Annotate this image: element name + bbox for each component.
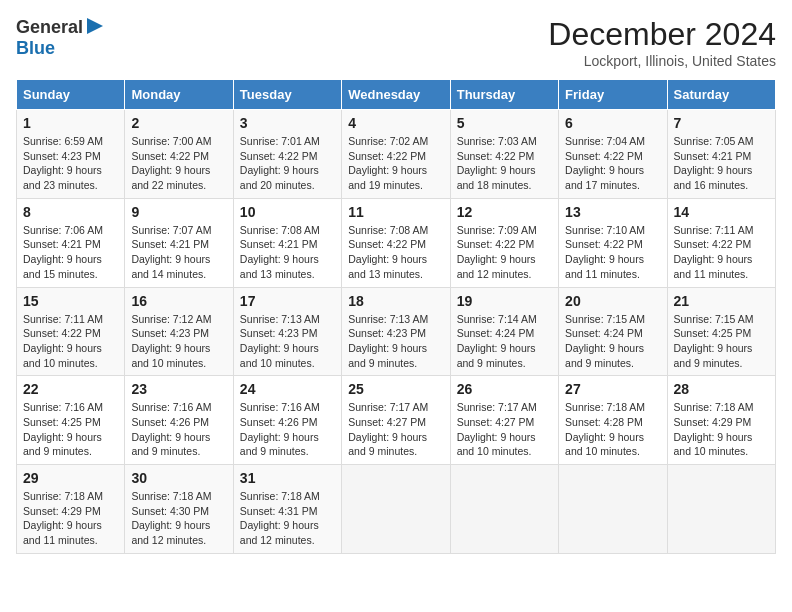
day-number: 14: [674, 204, 769, 220]
calendar-cell: 7 Sunrise: 7:05 AM Sunset: 4:21 PM Dayli…: [667, 110, 775, 199]
weekday-header-row: SundayMondayTuesdayWednesdayThursdayFrid…: [17, 80, 776, 110]
day-detail: Sunrise: 7:13 AM Sunset: 4:23 PM Dayligh…: [240, 312, 335, 371]
title-section: December 2024 Lockport, Illinois, United…: [548, 16, 776, 69]
location: Lockport, Illinois, United States: [548, 53, 776, 69]
day-detail: Sunrise: 7:12 AM Sunset: 4:23 PM Dayligh…: [131, 312, 226, 371]
day-number: 26: [457, 381, 552, 397]
day-number: 28: [674, 381, 769, 397]
day-number: 3: [240, 115, 335, 131]
calendar-cell: 6 Sunrise: 7:04 AM Sunset: 4:22 PM Dayli…: [559, 110, 667, 199]
logo-blue: Blue: [16, 38, 55, 59]
day-number: 11: [348, 204, 443, 220]
day-detail: Sunrise: 7:05 AM Sunset: 4:21 PM Dayligh…: [674, 134, 769, 193]
weekday-header-sunday: Sunday: [17, 80, 125, 110]
calendar-cell: 25 Sunrise: 7:17 AM Sunset: 4:27 PM Dayl…: [342, 376, 450, 465]
day-number: 23: [131, 381, 226, 397]
day-detail: Sunrise: 7:15 AM Sunset: 4:24 PM Dayligh…: [565, 312, 660, 371]
day-number: 9: [131, 204, 226, 220]
logo: General Blue: [16, 16, 103, 59]
calendar-week-3: 15 Sunrise: 7:11 AM Sunset: 4:22 PM Dayl…: [17, 287, 776, 376]
day-number: 19: [457, 293, 552, 309]
day-number: 16: [131, 293, 226, 309]
day-detail: Sunrise: 7:18 AM Sunset: 4:30 PM Dayligh…: [131, 489, 226, 548]
calendar-cell: [342, 465, 450, 554]
day-detail: Sunrise: 7:08 AM Sunset: 4:21 PM Dayligh…: [240, 223, 335, 282]
day-detail: Sunrise: 7:07 AM Sunset: 4:21 PM Dayligh…: [131, 223, 226, 282]
day-number: 27: [565, 381, 660, 397]
calendar-week-1: 1 Sunrise: 6:59 AM Sunset: 4:23 PM Dayli…: [17, 110, 776, 199]
day-detail: Sunrise: 7:04 AM Sunset: 4:22 PM Dayligh…: [565, 134, 660, 193]
day-number: 22: [23, 381, 118, 397]
calendar-cell: 23 Sunrise: 7:16 AM Sunset: 4:26 PM Dayl…: [125, 376, 233, 465]
day-detail: Sunrise: 7:16 AM Sunset: 4:25 PM Dayligh…: [23, 400, 118, 459]
day-number: 15: [23, 293, 118, 309]
calendar-cell: [559, 465, 667, 554]
day-number: 21: [674, 293, 769, 309]
day-number: 8: [23, 204, 118, 220]
page-header: General Blue December 2024 Lockport, Ill…: [16, 16, 776, 69]
calendar-cell: 4 Sunrise: 7:02 AM Sunset: 4:22 PM Dayli…: [342, 110, 450, 199]
calendar-cell: 19 Sunrise: 7:14 AM Sunset: 4:24 PM Dayl…: [450, 287, 558, 376]
weekday-header-tuesday: Tuesday: [233, 80, 341, 110]
day-number: 7: [674, 115, 769, 131]
calendar-cell: 31 Sunrise: 7:18 AM Sunset: 4:31 PM Dayl…: [233, 465, 341, 554]
day-detail: Sunrise: 7:06 AM Sunset: 4:21 PM Dayligh…: [23, 223, 118, 282]
day-number: 31: [240, 470, 335, 486]
calendar-week-4: 22 Sunrise: 7:16 AM Sunset: 4:25 PM Dayl…: [17, 376, 776, 465]
day-number: 20: [565, 293, 660, 309]
day-detail: Sunrise: 7:16 AM Sunset: 4:26 PM Dayligh…: [131, 400, 226, 459]
calendar-cell: 12 Sunrise: 7:09 AM Sunset: 4:22 PM Dayl…: [450, 198, 558, 287]
day-number: 12: [457, 204, 552, 220]
day-number: 10: [240, 204, 335, 220]
calendar-cell: 14 Sunrise: 7:11 AM Sunset: 4:22 PM Dayl…: [667, 198, 775, 287]
day-number: 5: [457, 115, 552, 131]
day-number: 17: [240, 293, 335, 309]
calendar-cell: 9 Sunrise: 7:07 AM Sunset: 4:21 PM Dayli…: [125, 198, 233, 287]
day-number: 25: [348, 381, 443, 397]
day-number: 1: [23, 115, 118, 131]
day-detail: Sunrise: 7:18 AM Sunset: 4:29 PM Dayligh…: [674, 400, 769, 459]
weekday-header-thursday: Thursday: [450, 80, 558, 110]
day-detail: Sunrise: 7:14 AM Sunset: 4:24 PM Dayligh…: [457, 312, 552, 371]
day-number: 4: [348, 115, 443, 131]
calendar-cell: 13 Sunrise: 7:10 AM Sunset: 4:22 PM Dayl…: [559, 198, 667, 287]
day-detail: Sunrise: 7:03 AM Sunset: 4:22 PM Dayligh…: [457, 134, 552, 193]
day-detail: Sunrise: 7:10 AM Sunset: 4:22 PM Dayligh…: [565, 223, 660, 282]
calendar-week-2: 8 Sunrise: 7:06 AM Sunset: 4:21 PM Dayli…: [17, 198, 776, 287]
calendar-cell: 11 Sunrise: 7:08 AM Sunset: 4:22 PM Dayl…: [342, 198, 450, 287]
day-number: 24: [240, 381, 335, 397]
month-title: December 2024: [548, 16, 776, 53]
day-detail: Sunrise: 7:08 AM Sunset: 4:22 PM Dayligh…: [348, 223, 443, 282]
day-detail: Sunrise: 7:17 AM Sunset: 4:27 PM Dayligh…: [457, 400, 552, 459]
day-detail: Sunrise: 7:16 AM Sunset: 4:26 PM Dayligh…: [240, 400, 335, 459]
day-detail: Sunrise: 7:17 AM Sunset: 4:27 PM Dayligh…: [348, 400, 443, 459]
calendar-table: SundayMondayTuesdayWednesdayThursdayFrid…: [16, 79, 776, 554]
calendar-cell: 15 Sunrise: 7:11 AM Sunset: 4:22 PM Dayl…: [17, 287, 125, 376]
day-number: 29: [23, 470, 118, 486]
day-detail: Sunrise: 7:18 AM Sunset: 4:31 PM Dayligh…: [240, 489, 335, 548]
weekday-header-monday: Monday: [125, 80, 233, 110]
svg-marker-0: [87, 18, 103, 34]
weekday-header-saturday: Saturday: [667, 80, 775, 110]
calendar-cell: 10 Sunrise: 7:08 AM Sunset: 4:21 PM Dayl…: [233, 198, 341, 287]
calendar-cell: 8 Sunrise: 7:06 AM Sunset: 4:21 PM Dayli…: [17, 198, 125, 287]
day-number: 13: [565, 204, 660, 220]
calendar-cell: 22 Sunrise: 7:16 AM Sunset: 4:25 PM Dayl…: [17, 376, 125, 465]
day-detail: Sunrise: 7:18 AM Sunset: 4:29 PM Dayligh…: [23, 489, 118, 548]
day-detail: Sunrise: 7:15 AM Sunset: 4:25 PM Dayligh…: [674, 312, 769, 371]
calendar-cell: 30 Sunrise: 7:18 AM Sunset: 4:30 PM Dayl…: [125, 465, 233, 554]
day-detail: Sunrise: 7:02 AM Sunset: 4:22 PM Dayligh…: [348, 134, 443, 193]
calendar-cell: 27 Sunrise: 7:18 AM Sunset: 4:28 PM Dayl…: [559, 376, 667, 465]
day-detail: Sunrise: 7:13 AM Sunset: 4:23 PM Dayligh…: [348, 312, 443, 371]
logo-general: General: [16, 17, 83, 38]
day-detail: Sunrise: 7:09 AM Sunset: 4:22 PM Dayligh…: [457, 223, 552, 282]
calendar-cell: 29 Sunrise: 7:18 AM Sunset: 4:29 PM Dayl…: [17, 465, 125, 554]
weekday-header-wednesday: Wednesday: [342, 80, 450, 110]
day-detail: Sunrise: 7:11 AM Sunset: 4:22 PM Dayligh…: [23, 312, 118, 371]
calendar-cell: 16 Sunrise: 7:12 AM Sunset: 4:23 PM Dayl…: [125, 287, 233, 376]
day-detail: Sunrise: 7:11 AM Sunset: 4:22 PM Dayligh…: [674, 223, 769, 282]
calendar-cell: 18 Sunrise: 7:13 AM Sunset: 4:23 PM Dayl…: [342, 287, 450, 376]
calendar-cell: 3 Sunrise: 7:01 AM Sunset: 4:22 PM Dayli…: [233, 110, 341, 199]
day-detail: Sunrise: 7:18 AM Sunset: 4:28 PM Dayligh…: [565, 400, 660, 459]
calendar-cell: 17 Sunrise: 7:13 AM Sunset: 4:23 PM Dayl…: [233, 287, 341, 376]
